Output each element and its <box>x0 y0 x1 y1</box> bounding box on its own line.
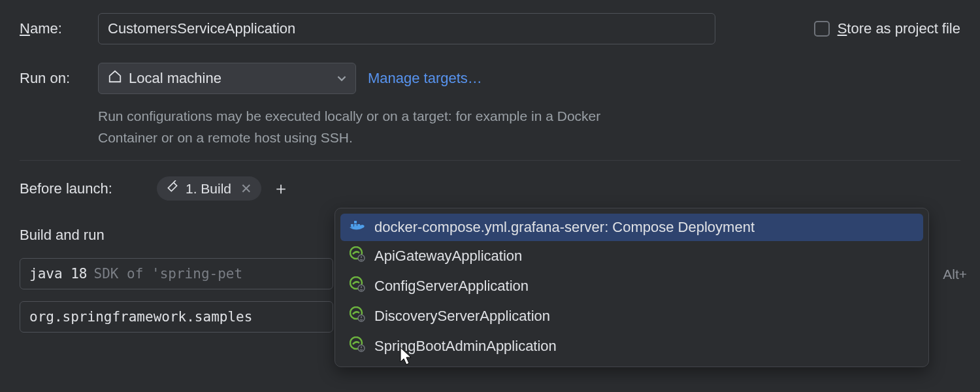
remove-task-icon[interactable]: ✕ <box>240 181 252 197</box>
popup-item-label: SpringBootAdminApplication <box>374 338 557 355</box>
spring-run-icon <box>350 276 365 296</box>
spring-run-icon <box>350 306 365 326</box>
divider <box>20 160 960 161</box>
main-class-value: org.springframework.samples <box>29 309 252 325</box>
spring-run-icon <box>350 336 365 356</box>
run-on-label: Run on: <box>20 70 98 87</box>
run-config-popup: docker-compose.yml.grafana-server: Compo… <box>335 208 929 367</box>
name-label: Name: <box>20 20 98 37</box>
name-input-value: CustomersServiceApplication <box>108 20 295 37</box>
shortcut-hint: Alt+ <box>943 267 967 282</box>
build-task-label: 1. Build <box>186 181 231 197</box>
popup-item[interactable]: docker-compose.yml.grafana-server: Compo… <box>340 214 923 241</box>
jdk-desc: SDK of 'spring-pet <box>94 266 243 282</box>
hammer-icon <box>166 180 179 197</box>
jdk-dropdown[interactable]: java 18 SDK of 'spring-pet <box>20 258 333 289</box>
popup-item-label: docker-compose.yml.grafana-server: Compo… <box>374 219 755 236</box>
chevron-down-icon <box>337 70 346 87</box>
svg-rect-3 <box>354 221 357 223</box>
run-on-dropdown[interactable]: Local machine <box>98 63 356 94</box>
before-launch-label: Before launch: <box>20 180 157 197</box>
popup-item[interactable]: SpringBootAdminApplication <box>340 331 923 361</box>
popup-item-label: DiscoveryServerApplication <box>374 308 550 325</box>
manage-targets-link[interactable]: Manage targets… <box>368 70 482 87</box>
jdk-value: java 18 <box>29 266 88 282</box>
name-input[interactable]: CustomersServiceApplication <box>98 13 715 44</box>
store-label: Store as project file <box>838 20 960 37</box>
add-task-button[interactable]: ＋ <box>270 178 291 199</box>
build-task-chip[interactable]: 1. Build ✕ <box>157 176 261 201</box>
popup-item-label: ApiGatewayApplication <box>374 248 522 265</box>
run-on-hint: Run configurations may be executed local… <box>98 106 634 148</box>
store-checkbox[interactable] <box>814 21 830 37</box>
run-on-value: Local machine <box>129 70 221 87</box>
home-icon <box>108 69 122 88</box>
popup-item-label: ConfigServerApplication <box>374 278 529 295</box>
main-class-field[interactable]: org.springframework.samples <box>20 301 333 333</box>
popup-item[interactable]: ConfigServerApplication <box>340 271 923 301</box>
svg-rect-0 <box>351 224 353 227</box>
spring-run-icon <box>350 246 365 266</box>
popup-item[interactable]: ApiGatewayApplication <box>340 241 923 271</box>
docker-icon <box>350 219 365 236</box>
popup-item[interactable]: DiscoveryServerApplication <box>340 301 923 331</box>
